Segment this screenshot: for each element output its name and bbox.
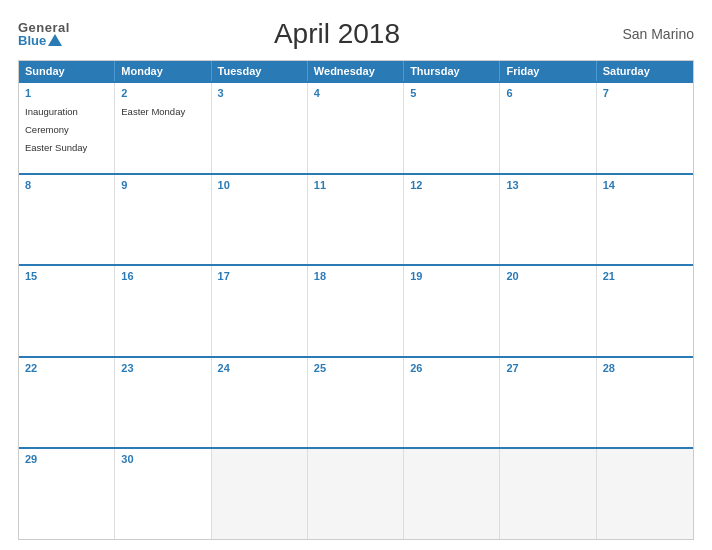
week-3: 15 16 17 18 19 20 21 xyxy=(19,264,693,356)
day-19: 19 xyxy=(404,266,500,356)
day-30: 30 xyxy=(115,449,211,539)
day-26: 26 xyxy=(404,358,500,448)
day-15: 15 xyxy=(19,266,115,356)
day-23: 23 xyxy=(115,358,211,448)
col-tuesday: Tuesday xyxy=(212,61,308,81)
calendar-title: April 2018 xyxy=(70,18,604,50)
col-wednesday: Wednesday xyxy=(308,61,404,81)
week-1: 1 InaugurationCeremonyEaster Sunday 2 Ea… xyxy=(19,81,693,173)
logo-blue-text: Blue xyxy=(18,34,70,47)
day-29: 29 xyxy=(19,449,115,539)
day-27: 27 xyxy=(500,358,596,448)
calendar-header-row: Sunday Monday Tuesday Wednesday Thursday… xyxy=(19,61,693,81)
col-friday: Friday xyxy=(500,61,596,81)
week-4: 22 23 24 25 26 27 28 xyxy=(19,356,693,448)
day-6: 6 xyxy=(500,83,596,173)
day-11: 11 xyxy=(308,175,404,265)
day-8: 8 xyxy=(19,175,115,265)
day-1: 1 InaugurationCeremonyEaster Sunday xyxy=(19,83,115,173)
logo-triangle-icon xyxy=(48,34,62,46)
calendar-page: General Blue April 2018 San Marino Sunda… xyxy=(0,0,712,550)
day-7: 7 xyxy=(597,83,693,173)
day-20: 20 xyxy=(500,266,596,356)
logo: General Blue xyxy=(18,21,70,47)
col-saturday: Saturday xyxy=(597,61,693,81)
day-22: 22 xyxy=(19,358,115,448)
calendar-grid: Sunday Monday Tuesday Wednesday Thursday… xyxy=(18,60,694,540)
day-empty-5 xyxy=(597,449,693,539)
day-4: 4 xyxy=(308,83,404,173)
day-24: 24 xyxy=(212,358,308,448)
day-empty-1 xyxy=(212,449,308,539)
day-13: 13 xyxy=(500,175,596,265)
col-thursday: Thursday xyxy=(404,61,500,81)
day-2: 2 Easter Monday xyxy=(115,83,211,173)
day-16: 16 xyxy=(115,266,211,356)
day-empty-2 xyxy=(308,449,404,539)
header: General Blue April 2018 San Marino xyxy=(18,18,694,50)
day-17: 17 xyxy=(212,266,308,356)
day-5: 5 xyxy=(404,83,500,173)
day-3: 3 xyxy=(212,83,308,173)
col-sunday: Sunday xyxy=(19,61,115,81)
week-5: 29 30 xyxy=(19,447,693,539)
day-empty-3 xyxy=(404,449,500,539)
day-21: 21 xyxy=(597,266,693,356)
day-28: 28 xyxy=(597,358,693,448)
day-empty-4 xyxy=(500,449,596,539)
day-25: 25 xyxy=(308,358,404,448)
week-2: 8 9 10 11 12 13 14 xyxy=(19,173,693,265)
day-10: 10 xyxy=(212,175,308,265)
country-label: San Marino xyxy=(604,26,694,42)
day-12: 12 xyxy=(404,175,500,265)
day-18: 18 xyxy=(308,266,404,356)
col-monday: Monday xyxy=(115,61,211,81)
day-9: 9 xyxy=(115,175,211,265)
day-14: 14 xyxy=(597,175,693,265)
